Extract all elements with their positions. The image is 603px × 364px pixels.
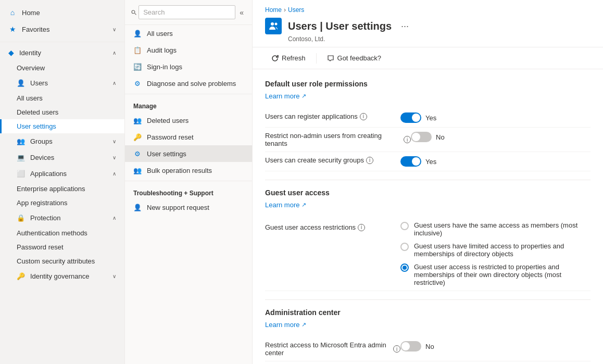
mid-panel: « 👤 All users 📋 Audit logs 🔄 Sign-in log… (125, 0, 253, 364)
search-input[interactable] (139, 5, 235, 19)
mid-signin-logs[interactable]: 🔄 Sign-in logs (125, 58, 252, 75)
sidebar-item-home[interactable]: ⌂ Home (0, 4, 124, 21)
radio-circle-1 (400, 222, 409, 230)
setting3-toggle[interactable] (400, 156, 421, 167)
sidebar-item-deleted-users[interactable]: Deleted users (0, 105, 124, 119)
setting1-value: Yes (425, 114, 436, 122)
toolbar-divider (316, 53, 317, 64)
mid-all-users-label: All users (147, 30, 173, 37)
radio-circle-3 (400, 263, 409, 272)
setting1-toggle[interactable] (400, 112, 421, 123)
mid-diagnose[interactable]: ⚙ Diagnose and solve problems (125, 75, 252, 92)
settings-content: Default user role permissions Learn more… (253, 69, 603, 364)
setting2-toggle[interactable] (411, 132, 432, 142)
mid-bulk-ops-icon: 👥 (133, 166, 142, 174)
guest-access-label: Guest user access restrictions i (265, 221, 400, 231)
sidebar-all-users-label: All users (17, 94, 43, 102)
section-divider-2 (265, 299, 591, 300)
sidebar-identity-label: Identity (19, 49, 41, 57)
mid-new-support[interactable]: 👤 New support request (125, 199, 252, 216)
admin-setting-label: Restrict access to Microsoft Entra admin… (265, 341, 400, 357)
admin-toggle[interactable] (400, 341, 421, 352)
mid-deleted-users[interactable]: 👥 Deleted users (125, 112, 252, 129)
sidebar-item-app-registrations[interactable]: App registrations (0, 196, 124, 210)
sidebar-home-label: Home (22, 9, 40, 17)
breadcrumb-home[interactable]: Home (265, 6, 282, 14)
page-icon (265, 18, 282, 34)
external-link-icon2: ↗ (302, 202, 306, 208)
radio1-label: Guest users have the same access as memb… (414, 221, 591, 237)
star-icon: ★ (8, 25, 17, 33)
radio-option-2[interactable]: Guest users have limited access to prope… (400, 242, 591, 258)
sidebar-item-password-reset[interactable]: Password reset (0, 240, 124, 254)
svg-point-2 (271, 22, 274, 26)
users-page-icon (268, 21, 279, 31)
sidebar-item-custom-security[interactable]: Custom security attributes (0, 254, 124, 268)
sidebar-protection-label: Protection (30, 214, 61, 222)
page-subtitle: Contoso, Ltd. (265, 35, 591, 43)
setting1-info-icon[interactable]: i (360, 113, 367, 120)
identity-governance-chevron: ∨ (112, 273, 116, 279)
breadcrumb-users[interactable]: Users (288, 6, 304, 14)
radio-option-3[interactable]: Guest user access is restricted to prope… (400, 263, 591, 286)
sidebar-applications-label: Applications (30, 170, 67, 178)
main-header: Home › Users Users | User settings ··· C… (253, 0, 603, 47)
mid-all-users[interactable]: 👤 All users (125, 25, 252, 42)
sidebar-devices-label: Devices (30, 154, 54, 161)
sidebar-groups-header[interactable]: 👥 Groups ∨ (0, 133, 124, 149)
sidebar-item-overview[interactable]: Overview (0, 61, 124, 75)
sidebar-devices-header[interactable]: 💻 Devices ∨ (0, 149, 124, 166)
mid-deleted-users-label: Deleted users (147, 117, 189, 124)
sidebar-applications-header[interactable]: ⬜ Applications ∧ (0, 166, 124, 182)
sidebar-protection-header[interactable]: 🔒 Protection ∧ (0, 210, 124, 226)
groups-chevron: ∨ (112, 139, 116, 144)
groups-icon: 👥 (17, 137, 25, 145)
setting3-info-icon[interactable]: i (366, 157, 373, 164)
refresh-button[interactable]: Refresh (265, 52, 312, 65)
sidebar-item-auth-methods[interactable]: Authentication methods (0, 226, 124, 240)
svg-point-3 (275, 23, 278, 26)
identity-icon: ◆ (8, 48, 14, 57)
guest-access-info-icon[interactable]: i (358, 224, 365, 231)
users-chevron: ∧ (112, 80, 116, 86)
sidebar-identity-governance-header[interactable]: 🔑 Identity governance ∨ (0, 268, 124, 284)
setting2-value: No (436, 133, 445, 141)
more-options-icon[interactable]: ··· (398, 20, 412, 33)
sidebar-item-enterprise-apps[interactable]: Enterprise applications (0, 182, 124, 196)
collapse-button[interactable]: « (237, 7, 246, 18)
setting1-slider (400, 112, 421, 123)
sidebar-item-all-users[interactable]: All users (0, 91, 124, 105)
setting2-info-icon[interactable]: i (404, 136, 411, 143)
sidebar-user-settings-label: User settings (17, 122, 56, 130)
search-bar: « (125, 0, 252, 25)
feedback-button[interactable]: Got feedback? (321, 52, 388, 65)
radio-option-1[interactable]: Guest users have the same access as memb… (400, 221, 591, 237)
sidebar-users-header[interactable]: 👤 Users ∧ (0, 75, 124, 91)
home-icon: ⌂ (8, 8, 17, 17)
mid-password-reset[interactable]: 🔑 Password reset (125, 129, 252, 145)
radio3-label: Guest user access is restricted to prope… (414, 263, 591, 286)
mid-password-reset-icon: 🔑 (133, 133, 142, 141)
sidebar-overview-label: Overview (17, 64, 45, 72)
learn-more-2[interactable]: Learn more ↗ (265, 201, 306, 209)
favorites-chevron: ∨ (112, 27, 116, 32)
learn-more-3[interactable]: Learn more ↗ (265, 321, 306, 329)
section3-title: Administration center (265, 308, 591, 317)
sidebar-item-user-settings[interactable]: User settings (0, 119, 124, 133)
learn-more-1[interactable]: Learn more ↗ (265, 92, 306, 100)
page-title-row: Users | User settings ··· (265, 18, 591, 34)
external-link-icon1: ↗ (302, 93, 306, 99)
mid-bulk-ops-label: Bulk operation results (147, 167, 212, 174)
admin-setting-control: No (400, 341, 434, 352)
admin-info-icon[interactable]: i (393, 345, 400, 353)
identity-chevron: ∧ (112, 50, 116, 56)
mid-bulk-ops[interactable]: 👥 Bulk operation results (125, 162, 252, 179)
audit-logs-icon: 📋 (133, 46, 142, 54)
mid-audit-logs[interactable]: 📋 Audit logs (125, 42, 252, 58)
sidebar-item-favorites[interactable]: ★ Favorites ∨ (0, 21, 124, 37)
mid-user-settings[interactable]: ⚙ User settings (125, 145, 252, 162)
refresh-icon (271, 55, 279, 62)
setting-row-register-apps: Users can register applications i Yes (265, 108, 591, 128)
sidebar-identity-header[interactable]: ◆ Identity ∧ (0, 44, 124, 61)
external-link-icon3: ↗ (302, 321, 306, 328)
